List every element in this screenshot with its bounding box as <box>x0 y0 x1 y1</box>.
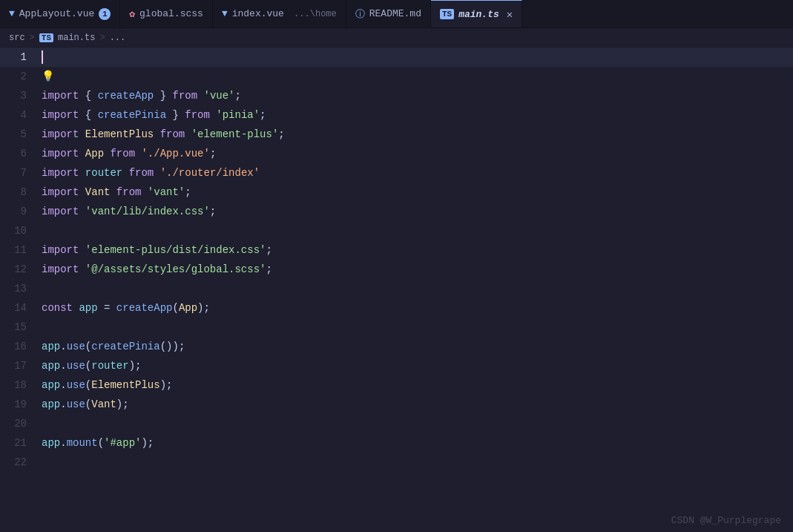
watermark: CSDN @W_Purplegrape <box>671 515 781 526</box>
line-num-12: 12 <box>0 260 39 279</box>
tab-label-indexvue: index.vue <box>232 8 284 19</box>
code-line-11: 11 import 'element-plus/dist/index.css'; <box>0 240 793 260</box>
code-line-9: 9 import 'vant/lib/index.css'; <box>0 202 793 221</box>
code-container[interactable]: 1 2 💡 3 import { createApp } from 'vue';… <box>0 47 793 532</box>
line-content-17: app.use(router); <box>39 356 793 375</box>
code-line-10: 10 <box>0 221 793 240</box>
tab-label-readme: README.md <box>369 8 421 19</box>
line-num-7: 7 <box>0 163 39 183</box>
line-num-5: 5 <box>0 125 39 144</box>
scss-icon: ✿ <box>129 8 135 20</box>
code-line-5: 5 import ElementPlus from 'element-plus'… <box>0 125 793 144</box>
line-num-1: 1 <box>0 47 39 67</box>
line-num-8: 8 <box>0 183 39 202</box>
close-icon[interactable]: ✕ <box>507 8 513 21</box>
code-line-17: 17 app.use(router); <box>0 356 793 375</box>
line-content-4: import { createPinia } from 'pinia'; <box>39 105 793 125</box>
tab-globalscss[interactable]: ✿ global.scss <box>120 0 213 28</box>
line-num-15: 15 <box>0 318 39 337</box>
line-content-12: import '@/assets/styles/global.scss'; <box>39 260 793 279</box>
line-num-21: 21 <box>0 433 39 453</box>
ts-icon: TS <box>440 9 454 19</box>
line-content-19: app.use(Vant); <box>39 395 793 414</box>
line-content-2: 💡 <box>39 67 793 86</box>
line-num-6: 6 <box>0 144 39 163</box>
line-content-18: app.use(ElementPlus); <box>39 375 793 395</box>
line-content-9: import 'vant/lib/index.css'; <box>39 202 793 221</box>
crumb-ts-badge: TS <box>39 33 53 42</box>
line-num-22: 22 <box>0 453 39 472</box>
crumb-dots: ... <box>110 33 126 43</box>
code-line-4: 4 import { createPinia } from 'pinia'; <box>0 105 793 125</box>
vue-icon-2: ▼ <box>222 8 228 19</box>
code-line-16: 16 app.use(createPinia()); <box>0 337 793 356</box>
tab-maints[interactable]: TS main.ts ✕ <box>431 0 522 28</box>
line-num-4: 4 <box>0 105 39 125</box>
code-line-2: 2 💡 <box>0 67 793 86</box>
editor-area: 1 2 💡 3 import { createApp } from 'vue';… <box>0 47 793 532</box>
line-content-11: import 'element-plus/dist/index.css'; <box>39 240 793 260</box>
code-line-7: 7 import router from './router/index' <box>0 163 793 183</box>
tab-modified-badge: 1 <box>99 8 111 20</box>
line-content-8: import Vant from 'vant'; <box>39 183 793 202</box>
crumb-sep-1: > <box>30 33 35 43</box>
code-line-18: 18 app.use(ElementPlus); <box>0 375 793 395</box>
tab-label-maints: main.ts <box>458 9 499 20</box>
code-line-8: 8 import Vant from 'vant'; <box>0 183 793 202</box>
line-content-16: app.use(createPinia()); <box>39 337 793 356</box>
code-line-15: 15 <box>0 318 793 337</box>
code-line-22: 22 <box>0 453 793 472</box>
tab-path-indexvue: ...\home <box>289 9 337 19</box>
line-content-5: import ElementPlus from 'element-plus'; <box>39 125 793 144</box>
line-content-3: import { createApp } from 'vue'; <box>39 86 793 105</box>
line-num-20: 20 <box>0 414 39 433</box>
crumb-sep-2: > <box>99 33 105 43</box>
tab-bar: ▼ AppLayout.vue 1 ✿ global.scss ▼ index.… <box>0 0 793 28</box>
line-num-2: 2 <box>0 67 39 86</box>
code-line-21: 21 app.mount('#app'); <box>0 433 793 453</box>
line-content-1 <box>39 47 793 67</box>
code-line-12: 12 import '@/assets/styles/global.scss'; <box>0 260 793 279</box>
line-content-21: app.mount('#app'); <box>39 433 793 453</box>
code-line-1: 1 <box>0 47 793 67</box>
line-content-6: import App from './App.vue'; <box>39 144 793 163</box>
line-num-16: 16 <box>0 337 39 356</box>
line-num-17: 17 <box>0 356 39 375</box>
tab-readme[interactable]: ⓘ README.md <box>346 0 431 28</box>
line-num-19: 19 <box>0 395 39 414</box>
line-num-9: 9 <box>0 202 39 221</box>
line-num-11: 11 <box>0 240 39 260</box>
tab-label-globalscss: global.scss <box>139 8 203 19</box>
code-line-13: 13 <box>0 279 793 298</box>
crumb-src: src <box>9 33 25 43</box>
crumb-maints: main.ts <box>58 33 95 43</box>
line-num-18: 18 <box>0 375 39 395</box>
line-content-14: const app = createApp(App); <box>39 298 793 318</box>
line-num-13: 13 <box>0 279 39 298</box>
tab-applayout[interactable]: ▼ AppLayout.vue 1 <box>0 0 120 28</box>
line-num-14: 14 <box>0 298 39 318</box>
line-num-3: 3 <box>0 86 39 105</box>
line-num-10: 10 <box>0 221 39 240</box>
vue-icon-1: ▼ <box>9 8 15 19</box>
line-content-7: import router from './router/index' <box>39 163 793 183</box>
code-line-19: 19 app.use(Vant); <box>0 395 793 414</box>
code-line-14: 14 const app = createApp(App); <box>0 298 793 318</box>
code-line-3: 3 import { createApp } from 'vue'; <box>0 86 793 105</box>
code-line-20: 20 <box>0 414 793 433</box>
tab-label-applayout: AppLayout.vue <box>19 8 94 19</box>
tab-indexvue[interactable]: ▼ index.vue ...\home <box>213 0 346 28</box>
code-line-6: 6 import App from './App.vue'; <box>0 144 793 163</box>
breadcrumb: src > TS main.ts > ... <box>0 28 793 47</box>
info-icon: ⓘ <box>355 7 365 21</box>
